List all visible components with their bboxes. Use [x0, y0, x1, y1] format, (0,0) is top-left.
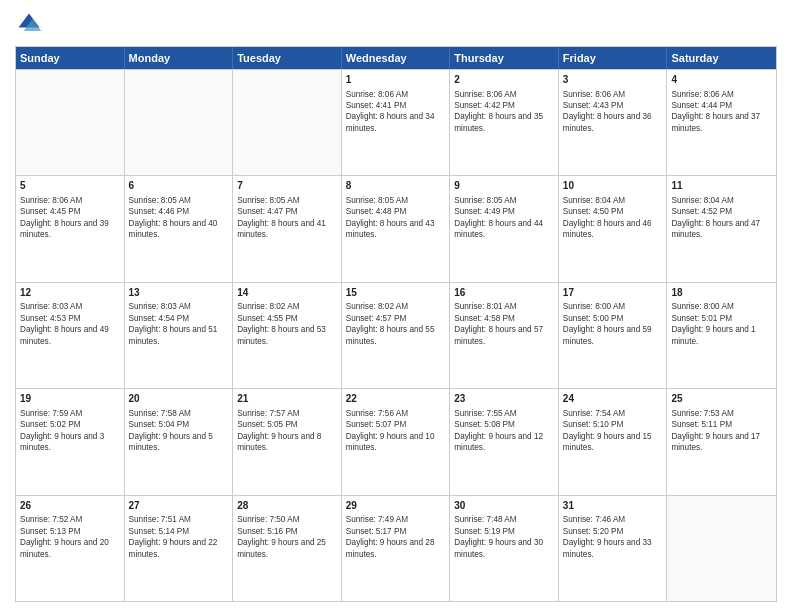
day-number: 23	[454, 392, 554, 406]
day-cell-21: 21Sunrise: 7:57 AM Sunset: 5:05 PM Dayli…	[233, 389, 342, 494]
cell-sun-info: Sunrise: 8:04 AM Sunset: 4:50 PM Dayligh…	[563, 195, 663, 241]
day-number: 18	[671, 286, 772, 300]
cell-sun-info: Sunrise: 8:02 AM Sunset: 4:57 PM Dayligh…	[346, 301, 446, 347]
day-cell-empty	[125, 70, 234, 175]
weekday-header-sunday: Sunday	[16, 47, 125, 69]
day-cell-27: 27Sunrise: 7:51 AM Sunset: 5:14 PM Dayli…	[125, 496, 234, 601]
cell-sun-info: Sunrise: 8:01 AM Sunset: 4:58 PM Dayligh…	[454, 301, 554, 347]
day-cell-26: 26Sunrise: 7:52 AM Sunset: 5:13 PM Dayli…	[16, 496, 125, 601]
weekday-header-tuesday: Tuesday	[233, 47, 342, 69]
cell-sun-info: Sunrise: 8:06 AM Sunset: 4:44 PM Dayligh…	[671, 89, 772, 135]
day-number: 4	[671, 73, 772, 87]
cell-sun-info: Sunrise: 8:05 AM Sunset: 4:48 PM Dayligh…	[346, 195, 446, 241]
cell-sun-info: Sunrise: 8:02 AM Sunset: 4:55 PM Dayligh…	[237, 301, 337, 347]
day-cell-6: 6Sunrise: 8:05 AM Sunset: 4:46 PM Daylig…	[125, 176, 234, 281]
day-cell-7: 7Sunrise: 8:05 AM Sunset: 4:47 PM Daylig…	[233, 176, 342, 281]
day-cell-16: 16Sunrise: 8:01 AM Sunset: 4:58 PM Dayli…	[450, 283, 559, 388]
day-number: 1	[346, 73, 446, 87]
day-number: 17	[563, 286, 663, 300]
calendar-week-4: 19Sunrise: 7:59 AM Sunset: 5:02 PM Dayli…	[16, 388, 776, 494]
day-number: 9	[454, 179, 554, 193]
calendar-header: SundayMondayTuesdayWednesdayThursdayFrid…	[16, 47, 776, 69]
weekday-header-friday: Friday	[559, 47, 668, 69]
day-cell-19: 19Sunrise: 7:59 AM Sunset: 5:02 PM Dayli…	[16, 389, 125, 494]
cell-sun-info: Sunrise: 8:04 AM Sunset: 4:52 PM Dayligh…	[671, 195, 772, 241]
weekday-header-monday: Monday	[125, 47, 234, 69]
calendar: SundayMondayTuesdayWednesdayThursdayFrid…	[15, 46, 777, 602]
calendar-page: SundayMondayTuesdayWednesdayThursdayFrid…	[0, 0, 792, 612]
cell-sun-info: Sunrise: 8:06 AM Sunset: 4:42 PM Dayligh…	[454, 89, 554, 135]
day-cell-13: 13Sunrise: 8:03 AM Sunset: 4:54 PM Dayli…	[125, 283, 234, 388]
day-number: 27	[129, 499, 229, 513]
cell-sun-info: Sunrise: 8:06 AM Sunset: 4:45 PM Dayligh…	[20, 195, 120, 241]
day-cell-5: 5Sunrise: 8:06 AM Sunset: 4:45 PM Daylig…	[16, 176, 125, 281]
cell-sun-info: Sunrise: 8:06 AM Sunset: 4:43 PM Dayligh…	[563, 89, 663, 135]
cell-sun-info: Sunrise: 8:00 AM Sunset: 5:01 PM Dayligh…	[671, 301, 772, 347]
day-cell-10: 10Sunrise: 8:04 AM Sunset: 4:50 PM Dayli…	[559, 176, 668, 281]
cell-sun-info: Sunrise: 8:05 AM Sunset: 4:46 PM Dayligh…	[129, 195, 229, 241]
cell-sun-info: Sunrise: 7:50 AM Sunset: 5:16 PM Dayligh…	[237, 514, 337, 560]
cell-sun-info: Sunrise: 7:51 AM Sunset: 5:14 PM Dayligh…	[129, 514, 229, 560]
cell-sun-info: Sunrise: 7:53 AM Sunset: 5:11 PM Dayligh…	[671, 408, 772, 454]
weekday-header-wednesday: Wednesday	[342, 47, 451, 69]
cell-sun-info: Sunrise: 8:06 AM Sunset: 4:41 PM Dayligh…	[346, 89, 446, 135]
day-cell-4: 4Sunrise: 8:06 AM Sunset: 4:44 PM Daylig…	[667, 70, 776, 175]
cell-sun-info: Sunrise: 8:03 AM Sunset: 4:53 PM Dayligh…	[20, 301, 120, 347]
cell-sun-info: Sunrise: 8:05 AM Sunset: 4:49 PM Dayligh…	[454, 195, 554, 241]
cell-sun-info: Sunrise: 7:46 AM Sunset: 5:20 PM Dayligh…	[563, 514, 663, 560]
cell-sun-info: Sunrise: 7:59 AM Sunset: 5:02 PM Dayligh…	[20, 408, 120, 454]
day-cell-3: 3Sunrise: 8:06 AM Sunset: 4:43 PM Daylig…	[559, 70, 668, 175]
cell-sun-info: Sunrise: 7:52 AM Sunset: 5:13 PM Dayligh…	[20, 514, 120, 560]
day-number: 21	[237, 392, 337, 406]
day-number: 2	[454, 73, 554, 87]
cell-sun-info: Sunrise: 7:58 AM Sunset: 5:04 PM Dayligh…	[129, 408, 229, 454]
cell-sun-info: Sunrise: 7:56 AM Sunset: 5:07 PM Dayligh…	[346, 408, 446, 454]
calendar-week-2: 5Sunrise: 8:06 AM Sunset: 4:45 PM Daylig…	[16, 175, 776, 281]
day-cell-empty	[667, 496, 776, 601]
day-number: 28	[237, 499, 337, 513]
day-number: 11	[671, 179, 772, 193]
day-cell-22: 22Sunrise: 7:56 AM Sunset: 5:07 PM Dayli…	[342, 389, 451, 494]
day-cell-18: 18Sunrise: 8:00 AM Sunset: 5:01 PM Dayli…	[667, 283, 776, 388]
day-cell-11: 11Sunrise: 8:04 AM Sunset: 4:52 PM Dayli…	[667, 176, 776, 281]
calendar-week-3: 12Sunrise: 8:03 AM Sunset: 4:53 PM Dayli…	[16, 282, 776, 388]
cell-sun-info: Sunrise: 8:00 AM Sunset: 5:00 PM Dayligh…	[563, 301, 663, 347]
day-cell-17: 17Sunrise: 8:00 AM Sunset: 5:00 PM Dayli…	[559, 283, 668, 388]
day-number: 15	[346, 286, 446, 300]
day-cell-14: 14Sunrise: 8:02 AM Sunset: 4:55 PM Dayli…	[233, 283, 342, 388]
cell-sun-info: Sunrise: 7:54 AM Sunset: 5:10 PM Dayligh…	[563, 408, 663, 454]
day-number: 12	[20, 286, 120, 300]
day-number: 8	[346, 179, 446, 193]
cell-sun-info: Sunrise: 7:57 AM Sunset: 5:05 PM Dayligh…	[237, 408, 337, 454]
header	[15, 10, 777, 38]
day-number: 24	[563, 392, 663, 406]
logo	[15, 10, 47, 38]
day-number: 6	[129, 179, 229, 193]
day-cell-2: 2Sunrise: 8:06 AM Sunset: 4:42 PM Daylig…	[450, 70, 559, 175]
calendar-week-5: 26Sunrise: 7:52 AM Sunset: 5:13 PM Dayli…	[16, 495, 776, 601]
calendar-week-1: 1Sunrise: 8:06 AM Sunset: 4:41 PM Daylig…	[16, 69, 776, 175]
day-number: 25	[671, 392, 772, 406]
day-number: 30	[454, 499, 554, 513]
day-cell-31: 31Sunrise: 7:46 AM Sunset: 5:20 PM Dayli…	[559, 496, 668, 601]
day-cell-28: 28Sunrise: 7:50 AM Sunset: 5:16 PM Dayli…	[233, 496, 342, 601]
day-number: 31	[563, 499, 663, 513]
cell-sun-info: Sunrise: 7:49 AM Sunset: 5:17 PM Dayligh…	[346, 514, 446, 560]
day-cell-20: 20Sunrise: 7:58 AM Sunset: 5:04 PM Dayli…	[125, 389, 234, 494]
day-cell-12: 12Sunrise: 8:03 AM Sunset: 4:53 PM Dayli…	[16, 283, 125, 388]
day-cell-empty	[16, 70, 125, 175]
logo-icon	[15, 10, 43, 38]
day-cell-8: 8Sunrise: 8:05 AM Sunset: 4:48 PM Daylig…	[342, 176, 451, 281]
day-cell-empty	[233, 70, 342, 175]
day-number: 29	[346, 499, 446, 513]
day-number: 26	[20, 499, 120, 513]
day-cell-25: 25Sunrise: 7:53 AM Sunset: 5:11 PM Dayli…	[667, 389, 776, 494]
cell-sun-info: Sunrise: 8:03 AM Sunset: 4:54 PM Dayligh…	[129, 301, 229, 347]
day-number: 22	[346, 392, 446, 406]
day-cell-30: 30Sunrise: 7:48 AM Sunset: 5:19 PM Dayli…	[450, 496, 559, 601]
day-number: 13	[129, 286, 229, 300]
day-cell-23: 23Sunrise: 7:55 AM Sunset: 5:08 PM Dayli…	[450, 389, 559, 494]
day-number: 16	[454, 286, 554, 300]
day-number: 19	[20, 392, 120, 406]
cell-sun-info: Sunrise: 7:48 AM Sunset: 5:19 PM Dayligh…	[454, 514, 554, 560]
